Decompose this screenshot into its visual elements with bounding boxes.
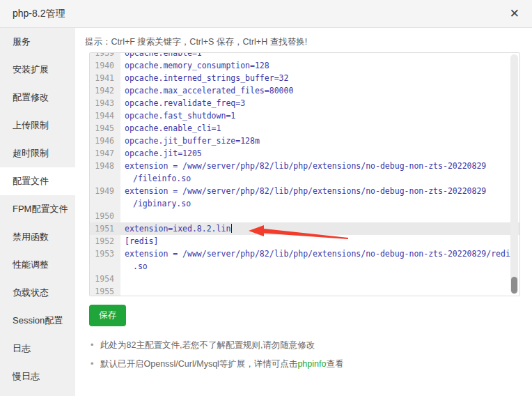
- sidebar-item-3[interactable]: 配置修改: [0, 84, 75, 112]
- sidebar-item-5[interactable]: 超时限制: [0, 139, 75, 167]
- line-code: opcache.memory_consumption=128: [120, 59, 519, 72]
- line-code: opcache.interned_strings_buffer=32: [120, 72, 519, 84]
- line-number: 1952: [90, 235, 120, 247]
- scrollbar-thumb[interactable]: [511, 277, 517, 294]
- line-code: extension = /www/server/php/82/lib/php/e…: [120, 247, 519, 273]
- editor-tip: 提示：Ctrl+F 搜索关键字，Ctrl+S 保存，Ctrl+H 查找替换!: [85, 36, 307, 48]
- line-number: 1944: [90, 109, 120, 122]
- line-number: 1955: [90, 285, 120, 296]
- sidebar-item-11[interactable]: Session配置: [0, 307, 75, 335]
- sidebar-item-13[interactable]: 慢日志: [0, 363, 75, 390]
- line-number: 1940: [90, 59, 120, 72]
- line-number: 1954: [90, 273, 120, 285]
- editor-line-1943[interactable]: 1943opcache.revalidate_freq=3: [90, 97, 519, 109]
- line-code: [120, 285, 519, 296]
- close-icon[interactable]: ✕: [510, 8, 519, 20]
- line-code: opcache.revalidate_freq=3: [120, 97, 519, 109]
- sidebar-item-8[interactable]: 禁用函数: [0, 223, 75, 251]
- line-code: opcache.enable_cli=1: [120, 122, 519, 135]
- line-code: opcache.jit=1205: [120, 147, 519, 160]
- line-number: 1945: [90, 122, 120, 135]
- editor-line-1952[interactable]: 1952[redis]: [90, 235, 519, 247]
- line-number: 1939: [90, 52, 120, 59]
- note-text: 此处为82主配置文件,若您不了解配置规则,请勿随意修改: [100, 340, 315, 350]
- text-cursor: [231, 224, 232, 233]
- line-code: opcache.enable=1: [120, 52, 519, 59]
- dialog-body: 服务安装扩展配置修改上传限制超时限制配置文件FPM配置文件禁用函数性能调整负载状…: [0, 28, 532, 396]
- line-number: 1941: [90, 72, 120, 84]
- sidebar-item-2[interactable]: 安装扩展: [0, 56, 75, 84]
- line-number: 1947: [90, 147, 120, 160]
- line-number: 1950: [90, 210, 120, 222]
- editor-line-1940[interactable]: 1940opcache.memory_consumption=128: [90, 59, 519, 72]
- line-code: opcache.jit_buffer_size=128m: [120, 135, 519, 147]
- note-item: 默认已开启Openssl/Curl/Mysql等扩展，详情可点击phpinfo查…: [91, 355, 343, 374]
- line-number: 1951: [90, 222, 120, 235]
- sidebar-item-6[interactable]: 配置文件: [0, 167, 75, 195]
- phpinfo-link[interactable]: phpinfo: [297, 359, 326, 369]
- line-number: 1953: [90, 247, 120, 273]
- editor-scrollbar[interactable]: [510, 54, 518, 294]
- line-number: 1946: [90, 135, 120, 147]
- php-manager-dialog: php-8.2管理 ✕ 服务安装扩展配置修改上传限制超时限制配置文件FPM配置文…: [0, 0, 532, 396]
- editor-line-1948[interactable]: 1948extension = /www/server/php/82/lib/p…: [90, 160, 519, 185]
- editor-line-1942[interactable]: 1942opcache.max_accelerated_files=80000: [90, 84, 519, 97]
- sidebar-item-10[interactable]: 负载状态: [0, 279, 75, 307]
- editor-line-1944[interactable]: 1944opcache.fast_shutdown=1: [90, 109, 519, 122]
- editor-line-1941[interactable]: 1941opcache.interned_strings_buffer=32: [90, 72, 519, 84]
- note-text: 默认已开启Openssl/Curl/Mysql等扩展，详情可点击: [100, 359, 297, 369]
- line-number: 1943: [90, 97, 120, 109]
- line-number: 1949: [90, 185, 120, 210]
- editor-line-1939[interactable]: 1939opcache.enable=1: [90, 52, 519, 59]
- line-code: opcache.max_accelerated_files=80000: [120, 84, 519, 97]
- editor-line-1945[interactable]: 1945opcache.enable_cli=1: [90, 122, 519, 135]
- line-code: [redis]: [120, 235, 519, 247]
- editor-line-1954[interactable]: 1954: [90, 273, 519, 285]
- editor-lines: 1939opcache.enable=11940opcache.memory_c…: [90, 52, 519, 296]
- line-code: opcache.fast_shutdown=1: [120, 109, 519, 122]
- line-code: extension = /www/server/php/82/lib/php/e…: [120, 185, 519, 210]
- sidebar-item-1[interactable]: 服务: [0, 28, 75, 56]
- dialog-title: php-8.2管理: [13, 8, 65, 20]
- note-suffix: 查看: [326, 359, 343, 369]
- editor-line-1951[interactable]: 1951extension=ixed.8.2.lin: [90, 222, 519, 235]
- line-number: 1942: [90, 84, 120, 97]
- line-code: extension=ixed.8.2.lin: [120, 222, 519, 235]
- editor-line-1946[interactable]: 1946opcache.jit_buffer_size=128m: [90, 135, 519, 147]
- editor-line-1950[interactable]: 1950: [90, 210, 519, 222]
- line-number: 1948: [90, 160, 120, 185]
- content-panel: 提示：Ctrl+F 搜索关键字，Ctrl+S 保存，Ctrl+H 查找替换! 1…: [75, 28, 532, 396]
- sidebar-item-9[interactable]: 性能调整: [0, 251, 75, 279]
- line-code: [120, 273, 519, 285]
- editor-line-1955[interactable]: 1955: [90, 285, 519, 296]
- editor-line-1947[interactable]: 1947opcache.jit=1205: [90, 147, 519, 160]
- line-code: [120, 210, 519, 222]
- line-code: extension = /www/server/php/82/lib/php/e…: [120, 160, 519, 185]
- save-button[interactable]: 保存: [89, 305, 126, 326]
- sidebar-item-4[interactable]: 上传限制: [0, 112, 75, 139]
- sidebar: 服务安装扩展配置修改上传限制超时限制配置文件FPM配置文件禁用函数性能调整负载状…: [0, 28, 75, 396]
- dialog-titlebar: php-8.2管理 ✕: [0, 0, 532, 28]
- sidebar-item-7[interactable]: FPM配置文件: [0, 195, 75, 223]
- editor-line-1949[interactable]: 1949extension = /www/server/php/82/lib/p…: [90, 185, 519, 210]
- editor-line-1953[interactable]: 1953extension = /www/server/php/82/lib/p…: [90, 247, 519, 273]
- config-file-editor[interactable]: 1939opcache.enable=11940opcache.memory_c…: [89, 52, 520, 296]
- sidebar-item-12[interactable]: 日志: [0, 335, 75, 363]
- notes-list: 此处为82主配置文件,若您不了解配置规则,请勿随意修改默认已开启Openssl/…: [91, 336, 343, 374]
- note-item: 此处为82主配置文件,若您不了解配置规则,请勿随意修改: [91, 336, 343, 355]
